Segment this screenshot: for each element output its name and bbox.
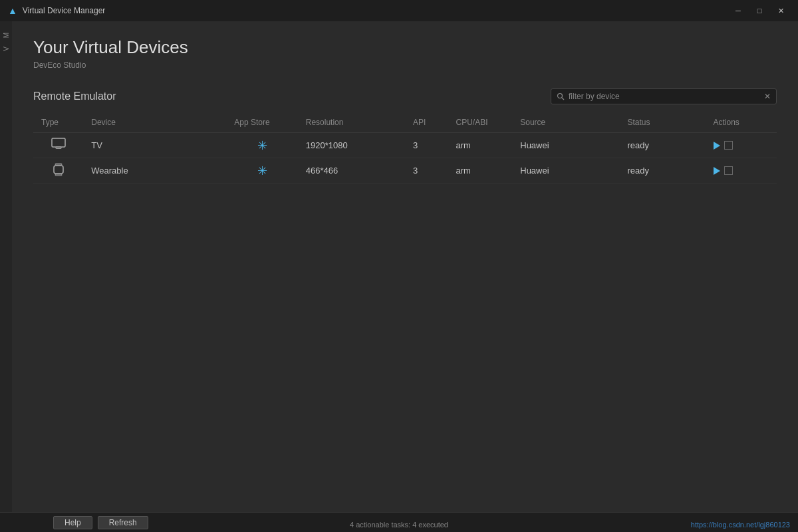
bottom-bar: Help Refresh 4 actionable tasks: 4 execu… xyxy=(0,512,798,532)
col-header-actions: Actions xyxy=(706,112,777,133)
section-title: Remote Emulator xyxy=(33,90,116,102)
sidebar-item-v[interactable]: V xyxy=(3,46,10,51)
row1-appstore-cell: ✳ xyxy=(226,133,298,158)
row1-actions xyxy=(714,141,769,150)
row2-cpuabi-cell: arm xyxy=(448,158,513,184)
row1-actions-cell xyxy=(706,133,777,158)
minimize-button[interactable]: ─ xyxy=(729,4,747,17)
close-button[interactable]: ✕ xyxy=(771,4,790,17)
row2-stop-button[interactable] xyxy=(724,166,733,175)
row1-device-cell: TV xyxy=(83,133,226,158)
row2-actions-cell xyxy=(706,158,777,184)
row2-status-badge: ready xyxy=(628,166,650,176)
row1-status-badge: ready xyxy=(628,140,650,150)
row2-type-cell xyxy=(33,158,83,184)
sidebar-item-m[interactable]: M xyxy=(3,32,10,38)
appstore-icon: ✳ xyxy=(257,139,267,152)
row2-appstore-cell: ✳ xyxy=(226,158,298,184)
row1-stop-button[interactable] xyxy=(724,141,733,150)
col-header-cpuabi: CPU/ABI xyxy=(448,112,513,133)
row1-resolution-cell: 1920*1080 xyxy=(298,133,405,158)
col-header-device: Device xyxy=(83,112,226,133)
table-body: TV ✳ 1920*1080 3 arm Huawei ready xyxy=(33,133,777,184)
status-url: https://blog.csdn.net/lgj860123 xyxy=(691,521,790,529)
search-clear-icon[interactable]: ✕ xyxy=(764,92,771,100)
svg-rect-5 xyxy=(55,174,62,176)
appstore-icon-2: ✳ xyxy=(257,164,267,178)
search-box[interactable]: ✕ xyxy=(551,88,777,104)
svg-rect-2 xyxy=(52,138,65,147)
row2-actions xyxy=(714,166,769,175)
title-bar-controls: ─ □ ✕ xyxy=(729,4,790,17)
main-content: Your Virtual Devices DevEco Studio Remot… xyxy=(12,21,798,512)
row2-status-cell: ready xyxy=(620,158,706,184)
tasks-status: 4 actionable tasks: 4 executed xyxy=(350,521,448,529)
row2-source-cell: Huawei xyxy=(512,158,619,184)
title-bar: ▲ Virtual Device Manager ─ □ ✕ xyxy=(0,0,798,21)
col-header-api: API xyxy=(405,112,448,133)
svg-rect-6 xyxy=(54,166,63,174)
col-header-status: Status xyxy=(620,112,706,133)
table-row: TV ✳ 1920*1080 3 arm Huawei ready xyxy=(33,133,777,158)
col-header-source: Source xyxy=(512,112,619,133)
svg-rect-4 xyxy=(55,164,62,165)
row2-device-cell: Wearable xyxy=(83,158,226,184)
device-table: Type Device App Store Resolution API CPU… xyxy=(33,112,777,184)
col-header-type: Type xyxy=(33,112,83,133)
title-bar-left: ▲ Virtual Device Manager xyxy=(8,5,105,16)
col-header-resolution: Resolution xyxy=(298,112,405,133)
page-title: Your Virtual Devices xyxy=(33,37,777,58)
sidebar-strip: M V xyxy=(0,21,12,512)
col-header-appstore: App Store xyxy=(226,112,298,133)
section-header: Remote Emulator ✕ xyxy=(33,88,777,104)
table-row: Wearable ✳ 466*466 3 arm Huawei ready xyxy=(33,158,777,184)
svg-rect-3 xyxy=(56,147,61,149)
row1-source-cell: Huawei xyxy=(512,133,619,158)
maximize-button[interactable]: □ xyxy=(750,4,769,17)
svg-point-0 xyxy=(558,94,563,98)
watch-icon xyxy=(53,168,64,178)
search-input[interactable] xyxy=(569,92,760,101)
table-header: Type Device App Store Resolution API CPU… xyxy=(33,112,777,133)
row1-status-cell: ready xyxy=(620,133,706,158)
help-button[interactable]: Help xyxy=(53,516,92,529)
tv-icon xyxy=(51,139,66,152)
row1-type-cell xyxy=(33,133,83,158)
title-bar-title: Virtual Device Manager xyxy=(23,6,106,15)
row2-resolution-cell: 466*466 xyxy=(298,158,405,184)
app-icon: ▲ xyxy=(8,5,17,16)
page-subtitle: DevEco Studio xyxy=(33,61,777,70)
row1-play-button[interactable] xyxy=(714,142,720,150)
search-icon xyxy=(557,92,565,100)
svg-line-1 xyxy=(562,98,564,100)
row1-api-cell: 3 xyxy=(405,133,448,158)
row2-api-cell: 3 xyxy=(405,158,448,184)
row2-play-button[interactable] xyxy=(714,167,720,175)
row1-cpuabi-cell: arm xyxy=(448,133,513,158)
refresh-button[interactable]: Refresh xyxy=(98,516,148,529)
